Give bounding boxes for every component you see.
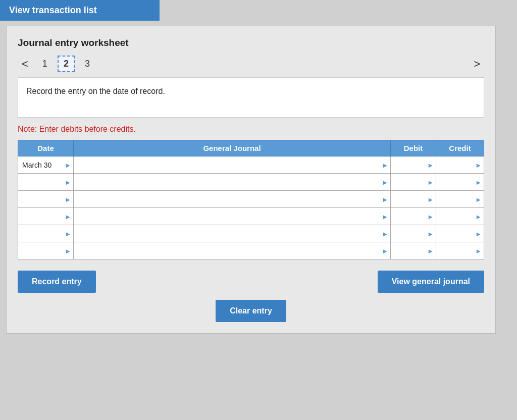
debit-arrow-6: ►: [427, 247, 434, 254]
date-arrow-4: ►: [65, 213, 71, 220]
date-cell-1[interactable]: March 30 ►: [18, 156, 74, 174]
next-page-arrow[interactable]: >: [470, 57, 484, 72]
debit-cell-6[interactable]: ►: [391, 242, 436, 259]
prev-page-arrow[interactable]: <: [18, 57, 32, 72]
debit-arrow-5: ►: [427, 230, 434, 237]
worksheet-container: Journal entry worksheet < 1 2 3 > Record…: [6, 26, 496, 334]
credit-cell-2[interactable]: ►: [436, 174, 484, 191]
buttons-row: Record entry View general journal: [18, 271, 484, 293]
credit-cell-5[interactable]: ►: [436, 225, 484, 242]
credit-arrow-5: ►: [475, 230, 482, 237]
debit-cell-1[interactable]: ►: [391, 156, 436, 174]
credit-arrow-4: ►: [475, 213, 482, 220]
date-arrow-3: ►: [65, 195, 71, 203]
journal-cell-1[interactable]: ►: [74, 156, 391, 174]
journal-cell-4[interactable]: ►: [74, 208, 391, 225]
journal-cell-5[interactable]: ►: [74, 225, 391, 242]
date-cell-2[interactable]: ►: [18, 174, 74, 191]
table-row: ► ► ► ►: [18, 242, 484, 259]
table-row: ► ► ► ►: [18, 208, 484, 225]
date-cell-6[interactable]: ►: [18, 242, 74, 259]
credit-arrow-1: ►: [475, 161, 482, 169]
credit-cell-3[interactable]: ►: [436, 191, 484, 208]
date-arrow-5: ►: [65, 230, 71, 237]
col-header-date: Date: [18, 140, 74, 156]
journal-arrow-2: ►: [382, 178, 388, 186]
journal-arrow-5: ►: [382, 230, 388, 237]
table-row: March 30 ► ► ► ►: [18, 156, 484, 174]
debit-arrow-4: ►: [427, 213, 434, 220]
page-3[interactable]: 3: [80, 57, 95, 71]
date-arrow-6: ►: [65, 247, 71, 254]
date-cell-3[interactable]: ►: [18, 191, 74, 208]
journal-arrow-1: ►: [382, 161, 388, 169]
table-row: ► ► ► ►: [18, 174, 484, 191]
table-row: ► ► ► ►: [18, 191, 484, 208]
debit-arrow-1: ►: [427, 161, 434, 169]
debit-arrow-2: ►: [427, 178, 434, 186]
journal-cell-2[interactable]: ►: [74, 174, 391, 191]
credit-arrow-6: ►: [475, 247, 482, 254]
view-transaction-list-button[interactable]: View transaction list: [0, 0, 160, 21]
pagination-row: < 1 2 3 >: [18, 56, 484, 72]
col-header-debit: Debit: [391, 140, 436, 156]
debit-arrow-3: ►: [427, 195, 434, 203]
pagination-inner: < 1 2 3: [18, 56, 95, 72]
credit-arrow-3: ►: [475, 195, 482, 203]
journal-arrow-3: ►: [382, 195, 388, 203]
note-text: Note: Enter debits before credits.: [18, 125, 484, 134]
clear-entry-row: Clear entry: [18, 300, 484, 322]
journal-arrow-6: ►: [382, 247, 388, 254]
journal-cell-6[interactable]: ►: [74, 242, 391, 259]
debit-cell-5[interactable]: ►: [391, 225, 436, 242]
instruction-box: Record the entry on the date of record.: [18, 77, 484, 118]
debit-cell-4[interactable]: ►: [391, 208, 436, 225]
table-row: ► ► ► ►: [18, 225, 484, 242]
journal-arrow-4: ►: [382, 213, 388, 220]
page-1[interactable]: 1: [37, 57, 53, 71]
date-arrow-2: ►: [65, 178, 71, 186]
record-entry-button[interactable]: Record entry: [18, 271, 96, 293]
date-cell-5[interactable]: ►: [18, 225, 74, 242]
date-cell-4[interactable]: ►: [18, 208, 74, 225]
date-arrow-1: ►: [65, 161, 71, 169]
journal-table: Date General Journal Debit Credit March …: [18, 140, 484, 259]
page-2-active[interactable]: 2: [58, 56, 75, 72]
journal-cell-3[interactable]: ►: [74, 191, 391, 208]
debit-cell-3[interactable]: ►: [391, 191, 436, 208]
worksheet-title: Journal entry worksheet: [18, 37, 484, 48]
clear-entry-button[interactable]: Clear entry: [216, 300, 286, 322]
credit-cell-1[interactable]: ►: [436, 156, 484, 174]
credit-cell-4[interactable]: ►: [436, 208, 484, 225]
debit-cell-2[interactable]: ►: [391, 174, 436, 191]
view-general-journal-button[interactable]: View general journal: [378, 271, 484, 293]
credit-arrow-2: ►: [475, 178, 482, 186]
col-header-journal: General Journal: [74, 140, 391, 156]
col-header-credit: Credit: [436, 140, 484, 156]
credit-cell-6[interactable]: ►: [436, 242, 484, 259]
